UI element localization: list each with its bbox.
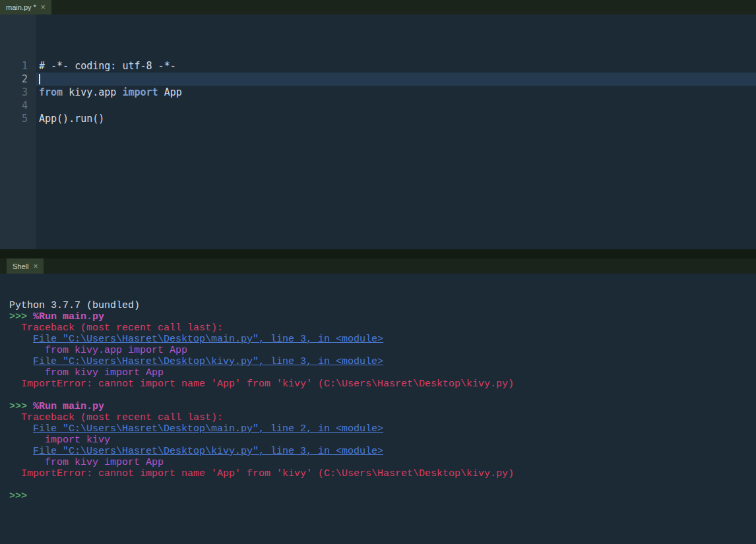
text-segment: Traceback (most recent call last): <box>9 322 223 334</box>
shell-lines: Python 3.7.7 (bundled)>>> %Run main.py T… <box>9 300 756 502</box>
editor-line-content[interactable] <box>36 73 756 86</box>
text-segment: import <box>122 86 158 98</box>
traceback-link[interactable]: File "C:\Users\Hasret\Desktop\main.py", … <box>33 334 383 345</box>
text-segment: from kivy.app import App <box>9 345 187 356</box>
text-cursor <box>39 74 40 84</box>
shell-pane[interactable]: Python 3.7.7 (bundled)>>> %Run main.py T… <box>0 274 756 544</box>
text-segment <box>9 446 33 457</box>
shell-line: ImportError: cannot import name 'App' fr… <box>9 378 756 390</box>
tab-shell[interactable]: Shell × <box>7 258 44 274</box>
text-segment: App().run() <box>39 113 104 125</box>
editor-line-content[interactable]: from kivy.app import App <box>36 86 756 99</box>
text-segment <box>9 423 33 435</box>
close-icon[interactable]: × <box>33 262 38 270</box>
shell-tabbar: Shell × <box>0 258 756 274</box>
shell-line: File "C:\Users\Hasret\Desktop\main.py", … <box>9 334 756 345</box>
text-segment: App <box>158 86 182 98</box>
editor-line[interactable]: 1# -*- coding: utf-8 -*- <box>0 59 756 73</box>
shell-line: Python 3.7.7 (bundled) <box>9 300 756 311</box>
text-segment: kivy.app <box>63 86 122 98</box>
text-segment: from kivy import App <box>9 457 164 468</box>
pane-divider[interactable] <box>0 249 756 258</box>
text-segment: ImportError: cannot import name 'App' fr… <box>9 468 514 479</box>
shell-line: ImportError: cannot import name 'App' fr… <box>9 468 756 479</box>
line-number: 2 <box>0 73 36 86</box>
editor-line[interactable]: 2 <box>0 73 756 86</box>
editor-line-content[interactable] <box>36 99 756 112</box>
editor-pane[interactable]: 1# -*- coding: utf-8 -*-23from kivy.app … <box>0 15 756 249</box>
editor-lines: 1# -*- coding: utf-8 -*-23from kivy.app … <box>0 59 756 125</box>
shell-line: File "C:\Users\Hasret\Desktop\kivy.py", … <box>9 446 756 457</box>
shell-line: from kivy import App <box>9 367 756 378</box>
editor-line[interactable]: 5App().run() <box>0 112 756 125</box>
traceback-link[interactable]: File "C:\Users\Hasret\Desktop\main.py", … <box>33 423 383 435</box>
shell-line: Traceback (most recent call last): <box>9 412 756 423</box>
text-segment: Python 3.7.7 (bundled) <box>9 300 140 311</box>
text-segment: Traceback (most recent call last): <box>9 412 223 423</box>
editor-line-content[interactable]: App().run() <box>36 112 756 125</box>
shell-line: from kivy import App <box>9 457 756 468</box>
shell-line <box>9 390 756 401</box>
line-number: 4 <box>0 99 36 112</box>
text-segment: # -*- coding: utf-8 -*- <box>39 60 176 72</box>
shell-line: File "C:\Users\Hasret\Desktop\kivy.py", … <box>9 356 756 367</box>
editor-line[interactable]: 4 <box>0 99 756 112</box>
tab-main-py[interactable]: main.py * × <box>0 0 51 15</box>
line-number: 5 <box>0 112 36 125</box>
line-number-gutter <box>0 15 36 249</box>
tab-label: Shell <box>13 262 28 270</box>
shell-line: >>> <box>9 491 756 502</box>
text-segment: from <box>39 86 63 98</box>
editor-tabbar: main.py * × <box>0 0 756 15</box>
shell-line <box>9 479 756 491</box>
text-segment: >>> <box>9 491 33 502</box>
traceback-link[interactable]: File "C:\Users\Hasret\Desktop\kivy.py", … <box>33 356 383 367</box>
shell-line: import kivy <box>9 435 756 446</box>
line-number: 3 <box>0 86 36 99</box>
text-segment: %Run main.py <box>33 401 104 412</box>
text-segment: ImportError: cannot import name 'App' fr… <box>9 378 514 390</box>
text-segment: >>> <box>9 401 33 412</box>
tab-label: main.py * <box>6 3 36 11</box>
shell-line: >>> %Run main.py <box>9 311 756 322</box>
shell-line: File "C:\Users\Hasret\Desktop\main.py", … <box>9 423 756 435</box>
text-segment: %Run main.py <box>33 311 104 322</box>
text-segment: from kivy import App <box>9 367 164 378</box>
text-segment <box>9 334 33 345</box>
line-number: 1 <box>0 59 36 73</box>
editor-line-content[interactable]: # -*- coding: utf-8 -*- <box>36 59 756 73</box>
editor-line[interactable]: 3from kivy.app import App <box>0 86 756 99</box>
close-icon[interactable]: × <box>41 3 46 11</box>
text-segment: import kivy <box>9 435 110 446</box>
traceback-link[interactable]: File "C:\Users\Hasret\Desktop\kivy.py", … <box>33 446 383 457</box>
shell-line: Traceback (most recent call last): <box>9 322 756 334</box>
text-segment: >>> <box>9 311 33 322</box>
text-segment <box>9 356 33 367</box>
shell-line: from kivy.app import App <box>9 345 756 356</box>
shell-line: >>> %Run main.py <box>9 401 756 412</box>
